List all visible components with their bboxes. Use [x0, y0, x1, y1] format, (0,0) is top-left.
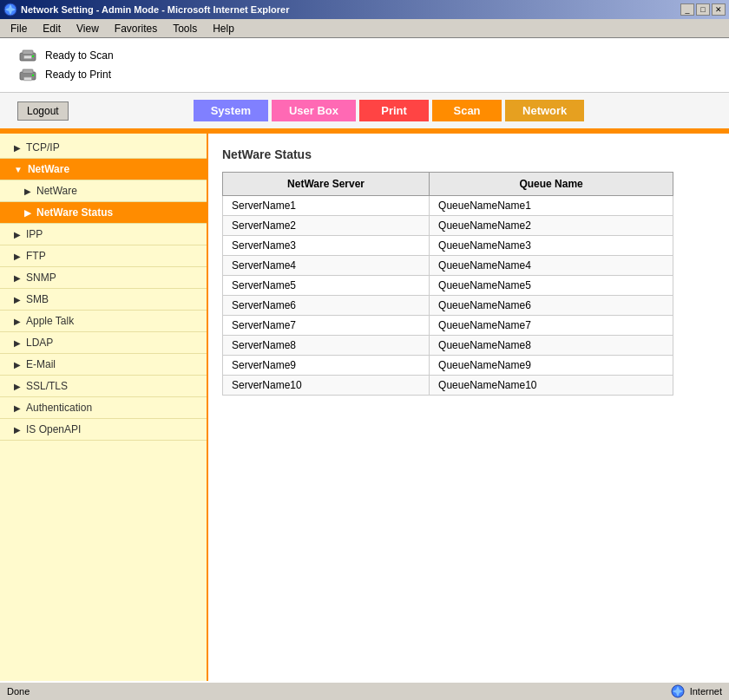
- globe-icon: [671, 684, 685, 698]
- server-name-cell: ServerName6: [223, 296, 430, 316]
- sidebar-item-ssltls[interactable]: ▶ SSL/TLS: [0, 376, 207, 397]
- tab-network[interactable]: Network: [505, 100, 584, 121]
- table-row: ServerName6QueueNameName6: [223, 296, 673, 316]
- queue-name-cell: QueueNameName4: [430, 256, 673, 276]
- queue-name-cell: QueueNameName9: [430, 356, 673, 376]
- sidebar-item-smb[interactable]: ▶ SMB: [0, 289, 207, 311]
- taskbar-zone-text: Internet: [690, 686, 722, 697]
- print-status: Ready to Print: [17, 66, 712, 83]
- sidebar: ▶ TCP/IP ▼ NetWare ▶ NetWare ▶ NetWare S…: [0, 134, 208, 681]
- tab-userbox[interactable]: User Box: [272, 100, 356, 121]
- triangle-icon-auth: ▶: [14, 403, 21, 413]
- triangle-icon-ldap: ▶: [14, 338, 21, 348]
- svg-point-8: [32, 75, 34, 76]
- server-name-cell: ServerName7: [223, 316, 430, 336]
- table-row: ServerName1QueueNameName1: [223, 196, 673, 216]
- triangle-icon-isopenapi: ▶: [14, 425, 21, 435]
- menu-view[interactable]: View: [69, 21, 106, 36]
- queue-name-cell: QueueNameName7: [430, 316, 673, 336]
- menu-tools[interactable]: Tools: [166, 21, 204, 36]
- sidebar-item-email[interactable]: ▶ E-Mail: [0, 354, 207, 376]
- maximize-button[interactable]: □: [696, 3, 710, 16]
- server-name-cell: ServerName3: [223, 236, 430, 256]
- triangle-icon-status: ▶: [24, 208, 31, 218]
- content-area: NetWare Status NetWare Server Queue Name…: [208, 134, 729, 681]
- table-row: ServerName2QueueNameName2: [223, 216, 673, 236]
- scan-status: Ready to Scan: [17, 47, 712, 64]
- netware-status-table: NetWare Server Queue Name ServerName1Que…: [222, 172, 673, 396]
- sidebar-item-tcpip[interactable]: ▶ TCP/IP: [0, 137, 207, 159]
- queue-name-cell: QueueNameName5: [430, 276, 673, 296]
- ready-print-label: Ready to Print: [45, 69, 111, 81]
- browser-icon: [3, 3, 17, 16]
- logout-button[interactable]: Logout: [17, 101, 69, 121]
- triangle-icon-sub: ▶: [24, 186, 31, 196]
- triangle-icon-netware: ▼: [14, 165, 23, 174]
- window-controls[interactable]: _ □ ✕: [680, 3, 726, 16]
- sidebar-item-ldap[interactable]: ▶ LDAP: [0, 332, 207, 354]
- table-row: ServerName5QueueNameName5: [223, 276, 673, 296]
- scanner-icon: [17, 47, 38, 64]
- queue-name-cell: QueueNameName3: [430, 236, 673, 256]
- taskbar-status-text: Done: [7, 686, 30, 697]
- taskbar-right: Internet: [671, 684, 722, 698]
- sidebar-item-netware-sub[interactable]: ▶ NetWare: [0, 180, 207, 202]
- sidebar-item-netware-parent[interactable]: ▼ NetWare: [0, 159, 207, 180]
- sidebar-item-isopenapi[interactable]: ▶ IS OpenAPI: [0, 419, 207, 441]
- minimize-button[interactable]: _: [680, 3, 694, 16]
- status-area: Ready to Scan Ready to Print: [0, 38, 729, 93]
- triangle-icon-ftp: ▶: [14, 252, 21, 261]
- server-name-cell: ServerName9: [223, 356, 430, 376]
- titlebar: Network Setting - Admin Mode - Microsoft…: [0, 0, 729, 19]
- col-header-server: NetWare Server: [223, 173, 430, 196]
- tab-print[interactable]: Print: [359, 100, 429, 121]
- menu-help[interactable]: Help: [206, 21, 241, 36]
- svg-rect-2: [23, 50, 33, 55]
- triangle-icon-snmp: ▶: [14, 273, 21, 283]
- menubar: File Edit View Favorites Tools Help: [0, 19, 729, 38]
- svg-point-4: [32, 56, 34, 57]
- table-row: ServerName9QueueNameName9: [223, 356, 673, 376]
- taskbar: Done Internet: [0, 681, 729, 700]
- taskbar-status: Done: [7, 686, 30, 697]
- nav-tabs: System User Box Print Scan Network: [194, 100, 585, 121]
- sidebar-item-netware-status[interactable]: ▶ NetWare Status: [0, 202, 207, 224]
- close-button[interactable]: ✕: [712, 3, 726, 16]
- svg-rect-3: [24, 56, 32, 59]
- menu-edit[interactable]: Edit: [36, 21, 68, 36]
- triangle-icon-appletalk: ▶: [14, 317, 21, 326]
- triangle-icon: ▶: [14, 143, 21, 153]
- tab-system[interactable]: System: [194, 100, 268, 121]
- nav-area: Logout System User Box Print Scan Networ…: [0, 93, 729, 130]
- content-title: NetWare Status: [222, 147, 715, 161]
- queue-name-cell: QueueNameName8: [430, 336, 673, 356]
- menu-favorites[interactable]: Favorites: [108, 21, 164, 36]
- window-title: Network Setting - Admin Mode - Microsoft…: [3, 3, 289, 16]
- sidebar-item-appletalk[interactable]: ▶ Apple Talk: [0, 311, 207, 332]
- triangle-icon-ipp: ▶: [14, 230, 21, 239]
- sidebar-item-authentication[interactable]: ▶ Authentication: [0, 397, 207, 419]
- window-content: Ready to Scan Ready to Print Logout Syst…: [0, 38, 729, 681]
- menu-file[interactable]: File: [3, 21, 34, 36]
- printer-icon: [17, 66, 38, 83]
- table-row: ServerName10QueueNameName10: [223, 376, 673, 396]
- tab-scan[interactable]: Scan: [432, 100, 502, 121]
- table-row: ServerName4QueueNameName4: [223, 256, 673, 276]
- server-name-cell: ServerName1: [223, 196, 430, 216]
- server-name-cell: ServerName10: [223, 376, 430, 396]
- sidebar-item-ftp[interactable]: ▶ FTP: [0, 245, 207, 267]
- svg-rect-6: [23, 69, 33, 74]
- triangle-icon-email: ▶: [14, 360, 21, 370]
- sidebar-item-ipp[interactable]: ▶ IPP: [0, 224, 207, 245]
- col-header-queue: Queue Name: [430, 173, 673, 196]
- server-name-cell: ServerName5: [223, 276, 430, 296]
- ready-scan-label: Ready to Scan: [45, 49, 114, 62]
- server-name-cell: ServerName4: [223, 256, 430, 276]
- triangle-icon-smb: ▶: [14, 295, 21, 304]
- queue-name-cell: QueueNameName6: [430, 296, 673, 316]
- sidebar-item-snmp[interactable]: ▶ SNMP: [0, 267, 207, 289]
- main-layout: ▶ TCP/IP ▼ NetWare ▶ NetWare ▶ NetWare S…: [0, 134, 729, 681]
- server-name-cell: ServerName2: [223, 216, 430, 236]
- server-name-cell: ServerName8: [223, 336, 430, 356]
- table-row: ServerName7QueueNameName7: [223, 316, 673, 336]
